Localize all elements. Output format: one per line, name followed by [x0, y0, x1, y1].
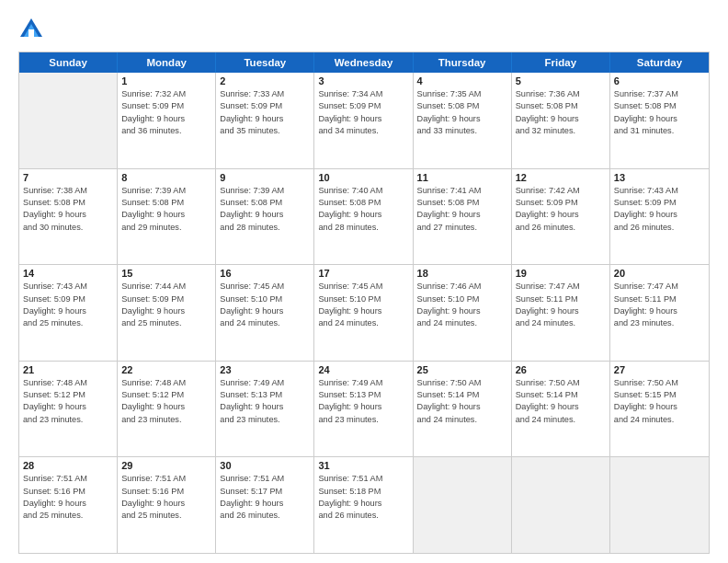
- calendar-cell: 27Sunrise: 7:50 AMSunset: 5:15 PMDayligh…: [610, 362, 709, 457]
- cell-info-line: Sunset: 5:08 PM: [220, 197, 310, 209]
- calendar-cell: 13Sunrise: 7:43 AMSunset: 5:09 PMDayligh…: [610, 169, 709, 265]
- cell-info-line: Sunrise: 7:47 AM: [614, 281, 705, 293]
- cell-info-line: Sunset: 5:08 PM: [516, 100, 606, 112]
- cell-info-line: Sunrise: 7:39 AM: [121, 185, 211, 197]
- cell-info-line: Sunrise: 7:50 AM: [417, 377, 507, 389]
- cell-info-line: Sunrise: 7:34 AM: [318, 88, 408, 100]
- cell-info-line: and 24 minutes.: [516, 317, 606, 329]
- cell-info-line: Sunrise: 7:48 AM: [121, 377, 211, 389]
- cell-info-line: Sunset: 5:11 PM: [516, 293, 606, 305]
- calendar-row: 14Sunrise: 7:43 AMSunset: 5:09 PMDayligh…: [19, 265, 709, 362]
- calendar-cell: 29Sunrise: 7:51 AMSunset: 5:16 PMDayligh…: [118, 457, 216, 553]
- cell-info-line: Daylight: 9 hours: [23, 498, 113, 510]
- cell-info-line: Sunset: 5:10 PM: [220, 293, 310, 305]
- day-number: 16: [220, 268, 310, 279]
- calendar-cell: [512, 457, 610, 553]
- cell-info-line: Sunrise: 7:45 AM: [318, 281, 408, 293]
- cell-info-line: and 25 minutes.: [121, 317, 211, 329]
- cell-info-line: Sunset: 5:13 PM: [318, 389, 408, 401]
- cell-info-line: Sunset: 5:09 PM: [516, 197, 606, 209]
- calendar-cell: 12Sunrise: 7:42 AMSunset: 5:09 PMDayligh…: [512, 169, 610, 265]
- calendar-cell: 23Sunrise: 7:49 AMSunset: 5:13 PMDayligh…: [216, 362, 314, 457]
- weekday-header: Friday: [512, 52, 610, 73]
- day-number: 27: [614, 364, 705, 375]
- cell-info-line: Sunrise: 7:37 AM: [614, 88, 705, 100]
- cell-info-line: Daylight: 9 hours: [614, 209, 705, 221]
- cell-info-line: Sunrise: 7:45 AM: [220, 281, 310, 293]
- cell-info-line: Sunrise: 7:51 AM: [23, 473, 113, 485]
- cell-info-line: Sunset: 5:09 PM: [318, 100, 408, 112]
- logo: [18, 17, 48, 42]
- cell-info-line: Sunset: 5:16 PM: [23, 486, 113, 498]
- cell-info-line: Sunrise: 7:46 AM: [417, 281, 507, 293]
- day-number: 3: [318, 75, 408, 86]
- day-number: 12: [516, 172, 606, 183]
- cell-info-line: and 35 minutes.: [220, 125, 310, 137]
- cell-info-line: Sunrise: 7:33 AM: [220, 88, 310, 100]
- cell-info-line: Sunrise: 7:51 AM: [121, 473, 211, 485]
- calendar-header: SundayMondayTuesdayWednesdayThursdayFrid…: [19, 52, 709, 73]
- cell-info-line: and 26 minutes.: [516, 222, 606, 234]
- day-number: 15: [121, 268, 211, 279]
- cell-info-line: Sunrise: 7:50 AM: [516, 377, 606, 389]
- cell-info-line: Sunrise: 7:40 AM: [318, 185, 408, 197]
- day-number: 22: [121, 364, 211, 375]
- day-number: 21: [23, 364, 113, 375]
- page: SundayMondayTuesdayWednesdayThursdayFrid…: [0, 0, 728, 563]
- calendar-cell: 2Sunrise: 7:33 AMSunset: 5:09 PMDaylight…: [216, 73, 314, 168]
- cell-info-line: and 25 minutes.: [121, 510, 211, 522]
- cell-info-line: Sunrise: 7:47 AM: [516, 281, 606, 293]
- cell-info-line: Sunrise: 7:38 AM: [23, 185, 113, 197]
- weekday-header: Monday: [118, 52, 216, 73]
- day-number: 10: [318, 172, 408, 183]
- svg-rect-2: [28, 29, 34, 37]
- cell-info-line: Daylight: 9 hours: [417, 209, 507, 221]
- cell-info-line: Sunset: 5:10 PM: [318, 293, 408, 305]
- day-number: 24: [318, 364, 408, 375]
- calendar-cell: 15Sunrise: 7:44 AMSunset: 5:09 PMDayligh…: [118, 265, 216, 361]
- cell-info-line: Sunrise: 7:43 AM: [614, 185, 705, 197]
- calendar-cell: 19Sunrise: 7:47 AMSunset: 5:11 PMDayligh…: [512, 265, 610, 361]
- day-number: 4: [417, 75, 507, 86]
- cell-info-line: Sunset: 5:08 PM: [614, 100, 705, 112]
- cell-info-line: and 23 minutes.: [614, 317, 705, 329]
- cell-info-line: and 23 minutes.: [121, 414, 211, 426]
- cell-info-line: Daylight: 9 hours: [121, 209, 211, 221]
- cell-info-line: Daylight: 9 hours: [417, 401, 507, 413]
- cell-info-line: and 33 minutes.: [417, 125, 507, 137]
- cell-info-line: and 25 minutes.: [23, 317, 113, 329]
- weekday-header: Wednesday: [314, 52, 413, 73]
- calendar-cell: 1Sunrise: 7:32 AMSunset: 5:09 PMDaylight…: [118, 73, 216, 168]
- cell-info-line: Daylight: 9 hours: [318, 401, 408, 413]
- cell-info-line: and 32 minutes.: [516, 125, 606, 137]
- cell-info-line: Sunset: 5:08 PM: [121, 197, 211, 209]
- cell-info-line: Sunrise: 7:44 AM: [121, 281, 211, 293]
- cell-info-line: Daylight: 9 hours: [318, 305, 408, 317]
- cell-info-line: Daylight: 9 hours: [614, 401, 705, 413]
- cell-info-line: Sunset: 5:08 PM: [318, 197, 408, 209]
- cell-info-line: Daylight: 9 hours: [318, 113, 408, 125]
- cell-info-line: Sunrise: 7:36 AM: [516, 88, 606, 100]
- calendar-cell: [19, 73, 118, 168]
- day-number: 8: [121, 172, 211, 183]
- cell-info-line: Sunset: 5:12 PM: [121, 389, 211, 401]
- cell-info-line: Sunset: 5:13 PM: [220, 389, 310, 401]
- cell-info-line: Daylight: 9 hours: [516, 401, 606, 413]
- cell-info-line: Daylight: 9 hours: [614, 113, 705, 125]
- cell-info-line: and 24 minutes.: [614, 414, 705, 426]
- day-number: 28: [23, 460, 113, 471]
- cell-info-line: Sunset: 5:14 PM: [516, 389, 606, 401]
- calendar-cell: 21Sunrise: 7:48 AMSunset: 5:12 PMDayligh…: [19, 362, 118, 457]
- cell-info-line: Sunrise: 7:48 AM: [23, 377, 113, 389]
- calendar-cell: 5Sunrise: 7:36 AMSunset: 5:08 PMDaylight…: [512, 73, 610, 168]
- cell-info-line: Daylight: 9 hours: [614, 305, 705, 317]
- cell-info-line: Sunrise: 7:42 AM: [516, 185, 606, 197]
- day-number: 25: [417, 364, 507, 375]
- cell-info-line: Sunset: 5:09 PM: [614, 197, 705, 209]
- cell-info-line: and 29 minutes.: [121, 222, 211, 234]
- cell-info-line: Daylight: 9 hours: [220, 113, 310, 125]
- calendar-cell: 26Sunrise: 7:50 AMSunset: 5:14 PMDayligh…: [512, 362, 610, 457]
- calendar-cell: 25Sunrise: 7:50 AMSunset: 5:14 PMDayligh…: [414, 362, 512, 457]
- calendar-body: 1Sunrise: 7:32 AMSunset: 5:09 PMDaylight…: [19, 73, 709, 553]
- cell-info-line: Sunset: 5:10 PM: [417, 293, 507, 305]
